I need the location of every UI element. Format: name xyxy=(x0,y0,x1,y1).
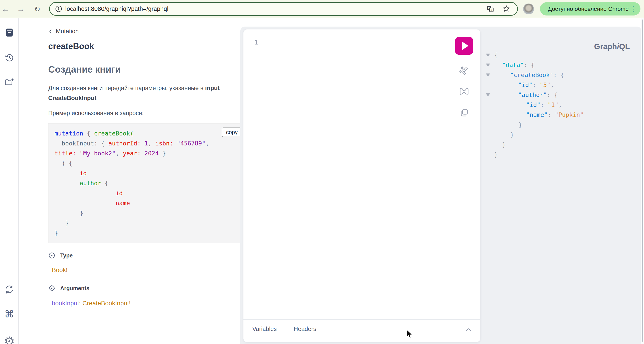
docs-panel-button[interactable] xyxy=(0,25,18,40)
response-line: { xyxy=(486,50,584,60)
argument-name[interactable]: bookInput xyxy=(52,300,79,306)
folder-plus-icon xyxy=(4,77,14,88)
argument-type-link[interactable]: CreateBookInput xyxy=(82,300,129,306)
code-line: bookInput: { authorId: 1, isbn: "456789"… xyxy=(54,138,209,148)
gear-icon: ⚙ xyxy=(4,334,15,344)
code-line: id xyxy=(54,188,209,198)
argument-row[interactable]: bookInput: CreateBookInput! xyxy=(52,300,130,307)
svg-text:x: x xyxy=(491,8,492,12)
prettify-button[interactable] xyxy=(458,65,470,76)
response-line: "name": "Pupkin" xyxy=(486,110,584,120)
argument-bang: ! xyxy=(129,300,131,306)
chrome-update-label: Доступно обновление Chrome xyxy=(548,6,629,12)
refetch-schema-button[interactable] xyxy=(0,282,18,297)
editor-tools-divider xyxy=(244,319,480,320)
browser-back-icon[interactable]: ← xyxy=(0,4,10,14)
history-panel-button[interactable] xyxy=(0,50,18,65)
query-editor-card[interactable]: 1 xyxy=(244,30,480,342)
scrollbar-thumb[interactable] xyxy=(642,20,643,342)
example-label: Пример использования в запросе: xyxy=(48,110,144,117)
fold-triangle-icon[interactable] xyxy=(486,64,490,66)
doc-description-bold2: CreateBookInput xyxy=(48,95,96,102)
code-line: ) { xyxy=(54,158,209,168)
type-link[interactable]: Book xyxy=(52,266,66,274)
fold-triangle-icon[interactable] xyxy=(486,74,490,76)
response-line: "author": { xyxy=(486,90,584,100)
arguments-label: Arguments xyxy=(60,285,90,292)
copy-query-button[interactable] xyxy=(458,107,470,118)
doc-explorer-panel: Mutation createBook Создание книги Для с… xyxy=(19,18,240,344)
chevron-left-icon xyxy=(48,29,53,34)
graphiql-logo: GraphiQL xyxy=(594,42,630,51)
address-bar[interactable]: localhost:8080/graphiql?path=/graphql G … xyxy=(49,2,518,16)
code-line: } xyxy=(54,228,209,238)
sidebar: ⌘ ⚙ xyxy=(0,18,18,344)
response-line: "data": { xyxy=(486,60,584,70)
doc-description-bold: input xyxy=(205,85,220,92)
browser-menu-kebab-icon[interactable]: ⋮ xyxy=(630,6,636,12)
execute-query-button[interactable] xyxy=(455,37,473,55)
response-line: "id": "1", xyxy=(486,100,584,110)
bookmark-star-icon[interactable] xyxy=(502,5,510,13)
code-line: id xyxy=(54,168,209,178)
keyboard-shortcuts-button[interactable]: ⌘ xyxy=(0,306,18,322)
doc-description: Для создания книги передайте параметры, … xyxy=(48,83,250,103)
tab-variables[interactable]: Variables xyxy=(252,326,277,332)
code-line: } xyxy=(54,218,209,228)
copy-code-button[interactable]: copy xyxy=(222,128,242,137)
browser-toolbar: ← → ↻ localhost:8080/graphiql?path=/grap… xyxy=(0,0,644,18)
url-text: localhost:8080/graphiql?path=/graphql xyxy=(65,6,168,12)
type-value[interactable]: Book! xyxy=(52,266,68,274)
arguments-diamond-icon xyxy=(48,285,55,292)
doc-description-text: Для создания книги передайте параметры, … xyxy=(48,85,205,92)
logo-ql: QL xyxy=(619,42,630,51)
mouse-cursor xyxy=(406,330,414,339)
logo-i: i xyxy=(617,42,619,51)
code-line: title: "My book2", year: 2024 } xyxy=(54,148,209,158)
response-line: } xyxy=(486,120,584,130)
code-line: mutation { createBook( xyxy=(54,128,209,138)
argument-colon: : xyxy=(79,300,82,306)
translate-icon[interactable]: G x xyxy=(486,5,494,13)
command-icon: ⌘ xyxy=(4,308,14,320)
logo-graph: Graph xyxy=(594,42,617,51)
refresh-icon xyxy=(4,284,14,295)
example-code-block: mutation { createBook( bookInput: { auth… xyxy=(48,123,246,243)
tab-headers[interactable]: Headers xyxy=(294,326,316,332)
example-code: mutation { createBook( bookInput: { auth… xyxy=(54,128,209,238)
settings-button[interactable]: ⚙ xyxy=(0,333,18,344)
merge-fragments-button[interactable] xyxy=(458,86,470,98)
type-section-header: Type xyxy=(48,252,73,259)
response-viewer: {"data": {"createBook": {"id": "5","auth… xyxy=(486,50,584,160)
type-circle-icon xyxy=(48,252,55,259)
fold-triangle-icon[interactable] xyxy=(486,94,490,96)
response-line: "id": "5", xyxy=(486,80,584,90)
field-title: createBook xyxy=(48,42,94,51)
collapse-tools-chevron-icon[interactable] xyxy=(465,327,472,332)
merge-icon xyxy=(458,86,470,98)
graphiql-app: ⌘ ⚙ Mutation createBook Создание книги Д… xyxy=(0,18,644,344)
scrollbar-track[interactable] xyxy=(641,18,644,344)
history-icon xyxy=(4,52,14,63)
code-line: author { xyxy=(54,178,209,188)
browser-reload-icon[interactable]: ↻ xyxy=(32,4,42,14)
code-line: } xyxy=(54,208,209,218)
response-line: } xyxy=(486,150,584,160)
profile-avatar[interactable] xyxy=(523,4,534,14)
site-info-icon[interactable] xyxy=(55,5,62,12)
response-line: } xyxy=(486,130,584,140)
response-line: "createBook": { xyxy=(486,70,584,80)
breadcrumb[interactable]: Mutation xyxy=(48,28,79,35)
response-line: } xyxy=(486,140,584,150)
fold-triangle-icon[interactable] xyxy=(486,54,490,56)
copy-icon xyxy=(458,107,470,118)
type-bang: ! xyxy=(66,266,68,274)
type-label: Type xyxy=(60,252,73,259)
breadcrumb-label: Mutation xyxy=(56,28,79,35)
chrome-update-button[interactable]: Доступно обновление Chrome ⋮ xyxy=(540,2,640,16)
editor-line-number: 1 xyxy=(254,38,258,47)
arguments-section-header: Arguments xyxy=(48,285,90,292)
browser-forward-icon[interactable]: → xyxy=(16,4,26,14)
open-collection-button[interactable] xyxy=(0,74,18,90)
docs-book-icon xyxy=(4,28,14,38)
